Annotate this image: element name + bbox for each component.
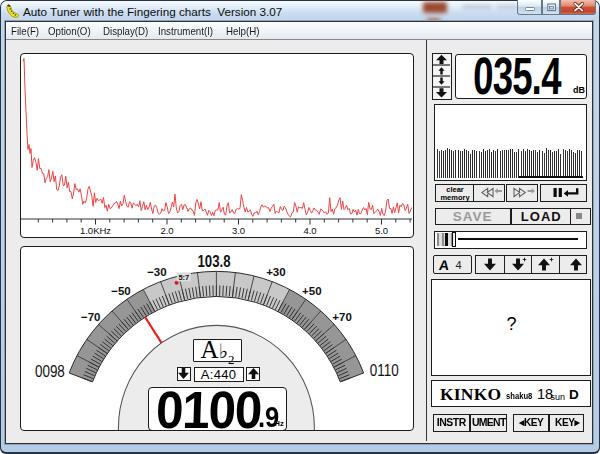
svg-text:0098: 0098 [35, 362, 65, 379]
svg-text:−50: −50 [111, 284, 131, 296]
svg-text:−70: −70 [81, 311, 101, 323]
svg-text:+30: +30 [266, 265, 286, 277]
svg-text:0110: 0110 [370, 361, 399, 378]
svg-text:1.0KHz: 1.0KHz [80, 225, 111, 236]
svg-text:2.0: 2.0 [160, 225, 173, 236]
svg-text:4.0: 4.0 [303, 225, 316, 236]
svg-text:5.0: 5.0 [375, 225, 388, 236]
svg-text:+50: +50 [302, 284, 322, 296]
svg-text:5:7: 5:7 [178, 273, 189, 282]
svg-text:+70: +70 [332, 311, 352, 323]
svg-text:−30: −30 [147, 265, 167, 277]
svg-text:3.0: 3.0 [232, 225, 245, 236]
svg-text:103.8: 103.8 [197, 251, 230, 270]
